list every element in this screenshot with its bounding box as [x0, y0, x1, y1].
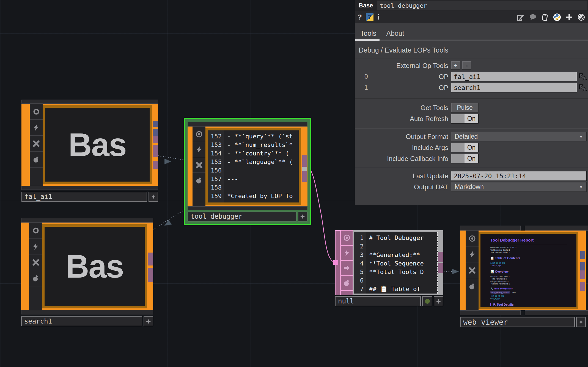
render-flag-button[interactable] [422, 296, 432, 306]
output-connector-dat[interactable] [148, 268, 153, 282]
node-body[interactable]: Tool Debugger Report Generated: 2025-07-… [460, 231, 586, 310]
param-label[interactable]: Output Format [406, 133, 448, 141]
op-path-field[interactable]: fal_ai1 [451, 72, 577, 81]
node-body[interactable]: 12 34 56 7 # Tool Debugger **Generated:*… [335, 230, 443, 295]
output-connector-chop[interactable] [580, 262, 585, 270]
output-connector-dat[interactable] [302, 155, 307, 167]
python-help-icon[interactable]: ? [366, 13, 373, 21]
lock-flag[interactable] [29, 270, 42, 286]
node-body[interactable]: Bas [21, 104, 158, 186]
lock-flag[interactable] [193, 173, 205, 188]
param-label[interactable]: OP [439, 73, 448, 81]
help-icon[interactable]: ? [358, 13, 362, 21]
node-viewer-markdown[interactable]: 152153 154155 156157 158159 - **`query`*… [205, 128, 301, 205]
bypass-flag[interactable] [29, 254, 42, 270]
output-connector-chop[interactable] [580, 251, 585, 259]
info-icon[interactable]: i [377, 13, 379, 21]
comment-star-button[interactable] [298, 212, 307, 221]
output-connector-dat[interactable] [153, 136, 158, 143]
auto-refresh-toggle[interactable]: On [451, 114, 479, 124]
output-connector-dat[interactable] [153, 145, 158, 157]
report-toc-link[interactable]: 1. get_op_full_info [490, 262, 574, 264]
remove-op-button[interactable]: - [462, 61, 471, 70]
comment-icon[interactable] [529, 13, 537, 21]
lock-flag[interactable] [340, 276, 353, 291]
add-parameter-icon[interactable] [565, 13, 573, 21]
lock-flag[interactable] [466, 278, 479, 294]
viewer-active-flag[interactable] [193, 127, 205, 142]
comment-star-button[interactable] [576, 317, 586, 327]
python-icon[interactable] [553, 13, 561, 21]
param-label[interactable]: External Op Tools [396, 62, 448, 70]
node-body[interactable]: 152153 154155 156157 158159 - **`query`*… [188, 127, 307, 206]
output-connector-chop[interactable] [153, 129, 158, 136]
bypass-flag[interactable] [193, 157, 205, 173]
bypass-flag[interactable] [466, 262, 479, 278]
pulse-button[interactable]: Pulse [451, 103, 479, 113]
node-search1[interactable]: Bas search1 [21, 218, 153, 326]
cook-flag[interactable] [340, 245, 353, 261]
add-op-button[interactable]: + [451, 61, 460, 70]
output-dat-dropdown[interactable]: Markdown ▼ [451, 182, 587, 192]
comment-star-button[interactable] [149, 192, 158, 202]
param-label[interactable]: Include Args [412, 144, 448, 152]
cook-flag[interactable] [466, 247, 479, 262]
cook-flag[interactable] [29, 239, 42, 254]
lock-flag[interactable] [30, 152, 43, 168]
tab-about[interactable]: About [386, 29, 404, 37]
cook-flag[interactable] [30, 120, 43, 136]
node-null[interactable]: 12 34 56 7 # Tool Debugger **Generated:*… [335, 230, 443, 306]
output-connector-dat[interactable] [302, 171, 307, 182]
operator-name-field[interactable]: tool_debugger [377, 1, 587, 10]
bypass-flag[interactable] [30, 136, 43, 152]
jump-to-op-icon[interactable] [578, 72, 587, 81]
param-label[interactable]: Auto Refresh [410, 115, 448, 123]
comment-star-button[interactable] [144, 316, 153, 326]
node-web-viewer[interactable]: Tool Debugger Report Generated: 2025-07-… [460, 226, 588, 327]
param-label[interactable]: Last Update [413, 172, 448, 180]
output-connector-dat[interactable] [148, 253, 153, 265]
last-update-field[interactable]: 2025-07-20 15:21:14 [451, 171, 587, 181]
output-connector-dat[interactable] [580, 270, 585, 279]
viewer-active-flag[interactable] [466, 231, 479, 247]
node-name-field[interactable]: search1 [21, 316, 142, 326]
node-body[interactable]: Bas [21, 223, 153, 310]
node-fal-ai1[interactable]: Bas fal_ai1 [21, 100, 158, 202]
node-tool-debugger-selected[interactable]: 152153 154155 156157 158159 - **`query`*… [184, 118, 311, 225]
export-flag[interactable] [340, 261, 353, 276]
param-label[interactable]: Get Tools [421, 104, 448, 112]
node-viewer[interactable]: Bas [42, 224, 147, 308]
node-viewer[interactable]: Bas [43, 105, 152, 184]
viewer-flag[interactable] [29, 223, 42, 239]
input-connector-dat[interactable] [333, 260, 338, 265]
output-connector-active[interactable] [302, 167, 307, 171]
copy-parameters-icon[interactable] [541, 13, 549, 21]
node-viewer-dat[interactable]: 12 34 56 7 # Tool Debugger **Generated:*… [354, 232, 438, 294]
tab-tools[interactable]: Tools [360, 29, 376, 37]
param-label[interactable]: Output DAT [414, 183, 448, 191]
viewer-active-flag[interactable] [340, 230, 353, 245]
op-path-field[interactable]: search1 [451, 83, 577, 92]
include-callback-info-toggle[interactable]: On [451, 154, 479, 163]
output-connector-chop[interactable] [153, 121, 158, 127]
viewer-flag[interactable] [30, 104, 43, 120]
node-name-field[interactable]: fal_ai1 [21, 192, 147, 202]
target-icon[interactable] [577, 13, 585, 21]
jump-to-op-icon[interactable] [578, 83, 587, 92]
include-args-toggle[interactable]: On [451, 143, 479, 152]
cook-flag[interactable] [193, 142, 205, 157]
output-connector-dat[interactable] [438, 263, 443, 273]
node-viewer-web[interactable]: Tool Debugger Report Generated: 2025-07-… [479, 232, 578, 309]
node-name-field[interactable]: null [335, 296, 421, 306]
output-format-dropdown[interactable]: Detailed ▼ [451, 132, 587, 141]
node-name-field[interactable]: web_viewer [460, 317, 575, 327]
comment-star-button[interactable] [434, 296, 443, 306]
output-connector-dat[interactable] [153, 161, 158, 169]
output-connector-dat[interactable] [438, 252, 443, 262]
output-connector-dat[interactable] [580, 282, 585, 291]
param-label[interactable]: OP [439, 84, 448, 92]
report-toc-link[interactable]: 2. list_all_ops [490, 264, 574, 267]
param-label[interactable]: Include Callback Info [387, 155, 448, 163]
node-name-field[interactable]: tool_debugger [188, 212, 296, 221]
edit-icon[interactable] [516, 13, 525, 21]
